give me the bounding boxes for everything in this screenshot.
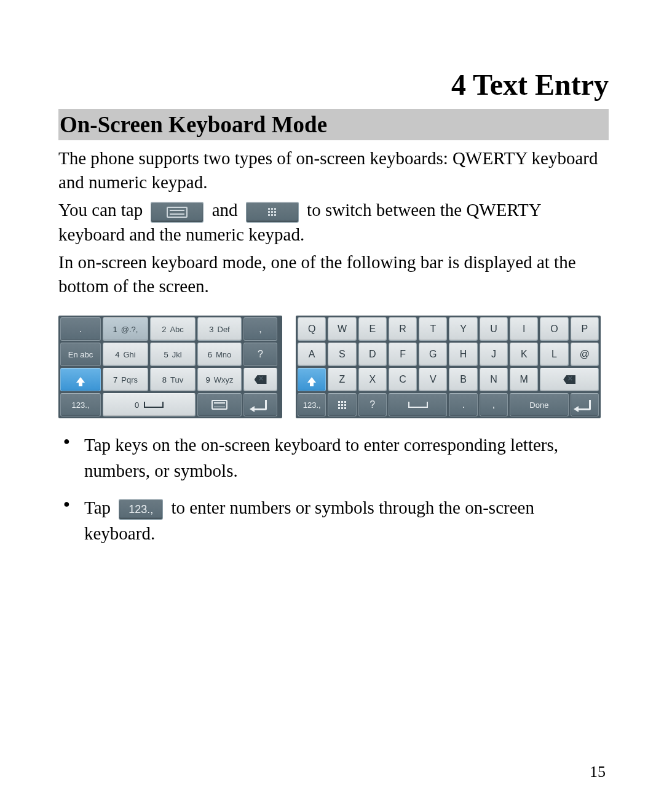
key-p[interactable]: P <box>571 317 599 341</box>
qwerty-keyboard-icon <box>211 400 227 410</box>
key-lang-mode[interactable]: En abc <box>60 343 101 366</box>
key-shift[interactable] <box>60 368 101 391</box>
numeric-keypad-icon <box>338 401 346 409</box>
key-at[interactable]: @ <box>571 343 599 366</box>
key-question[interactable]: ? <box>243 343 277 366</box>
key-switch-numeric[interactable] <box>328 393 356 416</box>
page-number: 15 <box>590 763 606 781</box>
key-4[interactable]: 4Ghi <box>103 343 148 366</box>
key-1[interactable]: 1@.?, <box>103 317 148 341</box>
key-shift[interactable] <box>298 368 326 391</box>
key-d[interactable]: D <box>358 343 387 366</box>
key-7[interactable]: 7Pqrs <box>103 368 148 391</box>
key-h[interactable]: H <box>449 343 477 366</box>
enter-icon <box>254 400 267 410</box>
backspace-icon <box>255 375 267 384</box>
key-done[interactable]: Done <box>510 393 569 416</box>
qwerty-keyboard-icon <box>151 202 204 223</box>
key-r[interactable]: R <box>389 317 417 341</box>
key-comma[interactable]: , <box>480 393 508 416</box>
key-s[interactable]: S <box>328 343 356 366</box>
key-x[interactable]: X <box>358 368 387 391</box>
key-y[interactable]: Y <box>449 317 477 341</box>
key-o[interactable]: O <box>540 317 568 341</box>
backspace-icon <box>563 375 575 384</box>
text: You can tap <box>58 200 147 220</box>
key-backspace[interactable] <box>243 368 277 391</box>
key-9[interactable]: 9Wxyz <box>197 368 242 391</box>
numsym-key-icon: 123., <box>119 499 163 520</box>
key-q[interactable]: Q <box>298 317 326 341</box>
chapter-title: 4 Text Entry <box>58 68 609 102</box>
qwerty-keyboard-figure: Q W E R T Y U I O P A S D F G H J K L @ … <box>296 316 601 418</box>
key-b[interactable]: B <box>449 368 477 391</box>
bullet-list: Tap keys on the on-screen keyboard to en… <box>58 432 609 546</box>
key-enter[interactable] <box>571 393 599 416</box>
key-backspace[interactable] <box>540 368 599 391</box>
key-e[interactable]: E <box>358 317 387 341</box>
section-heading: On-Screen Keyboard Mode <box>58 109 609 140</box>
enter-icon <box>578 400 591 410</box>
key-3[interactable]: 3Def <box>197 317 242 341</box>
key-numsym[interactable]: 123., <box>60 393 101 416</box>
key-i[interactable]: I <box>510 317 538 341</box>
key-v[interactable]: V <box>419 368 447 391</box>
key-m[interactable]: M <box>510 368 538 391</box>
key-question[interactable]: ? <box>358 393 387 416</box>
key-g[interactable]: G <box>419 343 447 366</box>
shift-icon <box>307 377 316 383</box>
key-j[interactable]: J <box>480 343 508 366</box>
shift-icon <box>76 377 85 383</box>
key-k[interactable]: K <box>510 343 538 366</box>
space-icon <box>408 402 428 408</box>
key-switch-qwerty[interactable] <box>197 393 242 416</box>
paragraph-intro: The phone supports two types of on-scree… <box>58 146 609 194</box>
keyboard-figures: . 1@.?, 2Abc 3Def , En abc 4Ghi 5Jkl 6Mn… <box>58 316 609 418</box>
key-a[interactable]: A <box>298 343 326 366</box>
key-u[interactable]: U <box>480 317 508 341</box>
text: Tap <box>84 498 115 517</box>
key-period[interactable]: . <box>60 317 101 341</box>
key-comma[interactable]: , <box>243 317 277 341</box>
key-numsym[interactable]: 123., <box>298 393 326 416</box>
list-item: Tap keys on the on-screen keyboard to en… <box>58 432 609 484</box>
key-f[interactable]: F <box>389 343 417 366</box>
key-enter[interactable] <box>243 393 277 416</box>
key-t[interactable]: T <box>419 317 447 341</box>
key-period[interactable]: . <box>449 393 477 416</box>
key-6[interactable]: 6Mno <box>197 343 242 366</box>
space-icon <box>144 402 164 408</box>
key-w[interactable]: W <box>328 317 356 341</box>
key-5[interactable]: 5Jkl <box>150 343 196 366</box>
key-z[interactable]: Z <box>328 368 356 391</box>
key-l[interactable]: L <box>540 343 568 366</box>
numeric-keypad-icon <box>246 202 299 223</box>
key-space[interactable] <box>389 393 448 416</box>
key-n[interactable]: N <box>480 368 508 391</box>
list-item: Tap 123., to enter numbers or symbols th… <box>58 495 609 546</box>
numeric-keypad-figure: . 1@.?, 2Abc 3Def , En abc 4Ghi 5Jkl 6Mn… <box>58 316 282 418</box>
key-2[interactable]: 2Abc <box>150 317 196 341</box>
key-0-space[interactable]: 0 <box>103 393 196 416</box>
paragraph-switch: You can tap and to switch between the QW… <box>58 198 609 246</box>
text: and <box>212 200 242 220</box>
key-c[interactable]: C <box>389 368 417 391</box>
paragraph-bar-note: In on-screen keyboard mode, one of the f… <box>58 250 609 298</box>
key-8[interactable]: 8Tuv <box>150 368 196 391</box>
